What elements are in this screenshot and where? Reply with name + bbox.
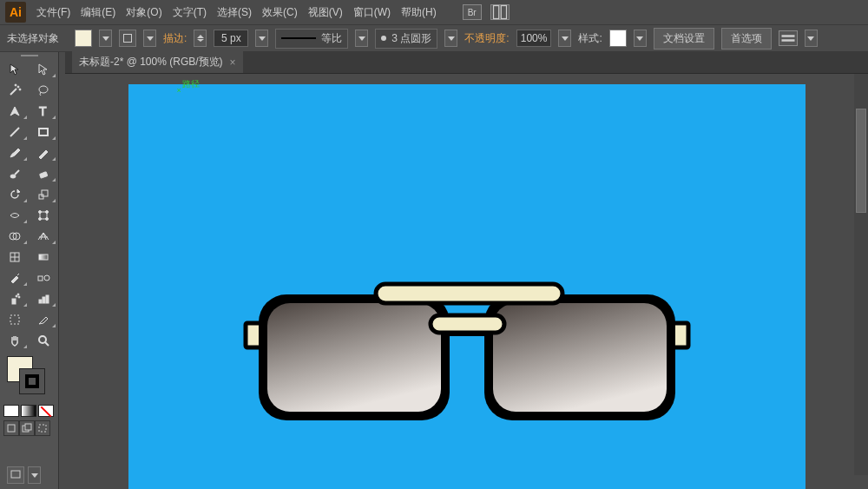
pen-tool[interactable] [0,101,30,122]
brush-dropdown[interactable] [444,30,457,47]
style-dropdown[interactable] [634,30,647,47]
svg-point-51 [39,336,46,343]
align-button[interactable] [779,30,798,46]
menu-help[interactable]: 帮助(H) [401,5,437,20]
brush-tool[interactable] [0,142,30,163]
svg-point-44 [16,295,17,297]
gradient-mode[interactable] [21,405,36,417]
mesh-tool[interactable] [0,247,30,268]
blob-brush-tool[interactable] [0,163,30,184]
opacity-label: 不透明度: [464,31,509,46]
slice-tool[interactable] [30,309,59,330]
type-tool[interactable]: T [30,101,59,122]
svg-point-24 [10,175,16,178]
eraser-tool[interactable] [30,163,59,184]
artboard-tool[interactable] [0,309,30,330]
close-icon[interactable]: × [230,56,236,69]
opacity-dropdown[interactable] [558,30,571,47]
brush-definition[interactable]: 3 点圆形 [375,29,437,49]
stroke-profile[interactable]: 等比 [275,29,348,49]
selection-tool[interactable] [0,59,30,80]
none-mode[interactable] [38,405,54,417]
symbol-sprayer-tool[interactable] [0,288,30,309]
draw-behind[interactable] [19,420,35,436]
scale-tool[interactable] [30,184,59,205]
svg-rect-53 [8,425,15,432]
free-transform-tool[interactable] [30,205,59,226]
workspace-controls: Br [463,4,510,20]
blend-tool[interactable] [30,268,59,288]
svg-marker-9 [562,36,569,41]
svg-point-18 [15,84,16,86]
arrange-button[interactable] [490,4,510,20]
stroke-indicator[interactable] [19,368,45,394]
direct-selection-tool[interactable] [30,59,59,80]
svg-rect-64 [493,303,667,412]
svg-rect-62 [267,303,441,412]
menu-view[interactable]: 视图(V) [308,5,343,20]
document-tab[interactable]: 未标题-2* @ 100% (RGB/预览) × [72,51,243,73]
stroke-profile-dropdown[interactable] [355,30,368,47]
screen-mode-dropdown[interactable] [28,466,41,484]
opacity-input[interactable]: 100% [516,30,552,47]
fill-stroke-indicator[interactable] [3,356,55,400]
svg-marker-8 [448,36,455,41]
stroke-weight-dropdown[interactable] [255,30,268,47]
graph-tool[interactable] [30,288,59,309]
magic-wand-tool[interactable] [0,80,30,101]
bridge-button[interactable]: Br [463,4,482,20]
canvas-area[interactable]: × 路径 [65,74,868,489]
stroke-label: 描边: [163,31,187,46]
svg-point-19 [19,89,21,90]
draw-inside[interactable] [35,420,50,436]
svg-rect-57 [11,471,20,478]
pencil-tool[interactable] [30,142,59,163]
screen-mode[interactable] [7,466,24,484]
color-mode[interactable] [3,405,19,417]
rectangle-tool[interactable] [30,122,59,142]
menu-type[interactable]: 文字(T) [173,5,207,20]
svg-marker-4 [197,35,204,38]
svg-rect-11 [781,35,794,37]
fill-swatch[interactable] [75,30,92,47]
stroke-stepper[interactable] [194,30,207,47]
draw-normal[interactable] [3,420,19,436]
style-swatch[interactable] [609,30,627,47]
artboard[interactable]: × 路径 [128,84,806,489]
lasso-tool[interactable] [30,80,59,101]
shape-builder-tool[interactable] [0,226,30,247]
svg-point-33 [39,218,42,221]
vertical-scroll-thumb[interactable] [856,109,866,213]
width-tool[interactable] [0,205,30,226]
stroke-weight-input[interactable]: 5 px [214,30,248,47]
fill-dropdown[interactable] [99,30,112,47]
menu-window[interactable]: 窗口(W) [353,5,391,20]
line-tool[interactable] [0,122,30,142]
perspective-grid-tool[interactable] [30,226,59,247]
svg-rect-1 [501,6,506,19]
menu-object[interactable]: 对象(O) [126,5,161,20]
menu-select[interactable]: 选择(S) [217,5,252,20]
toolbox-handle[interactable] [0,52,58,59]
svg-rect-47 [39,300,42,303]
zoom-tool[interactable] [30,330,59,351]
menu-file[interactable]: 文件(F) [36,5,70,20]
svg-marker-13 [807,36,814,41]
align-dropdown[interactable] [805,30,818,47]
eyedropper-tool[interactable] [0,268,30,288]
vertical-scrollbar[interactable] [854,74,868,475]
menu-effect[interactable]: 效果(C) [262,5,298,20]
document-setup-button[interactable]: 文档设置 [654,28,714,50]
rotate-tool[interactable] [0,184,30,205]
artwork-glasses[interactable] [241,275,693,449]
stroke-swatch[interactable] [119,30,136,47]
svg-point-17 [17,86,19,88]
menu-edit[interactable]: 编辑(E) [81,5,115,20]
preferences-button[interactable]: 首选项 [721,28,772,50]
gradient-tool[interactable] [30,247,59,268]
smart-guide-label: 路径 [182,78,200,90]
svg-text:T: T [39,104,47,118]
hand-tool[interactable] [0,330,30,351]
svg-marker-2 [102,36,109,41]
stroke-dropdown[interactable] [143,30,156,47]
